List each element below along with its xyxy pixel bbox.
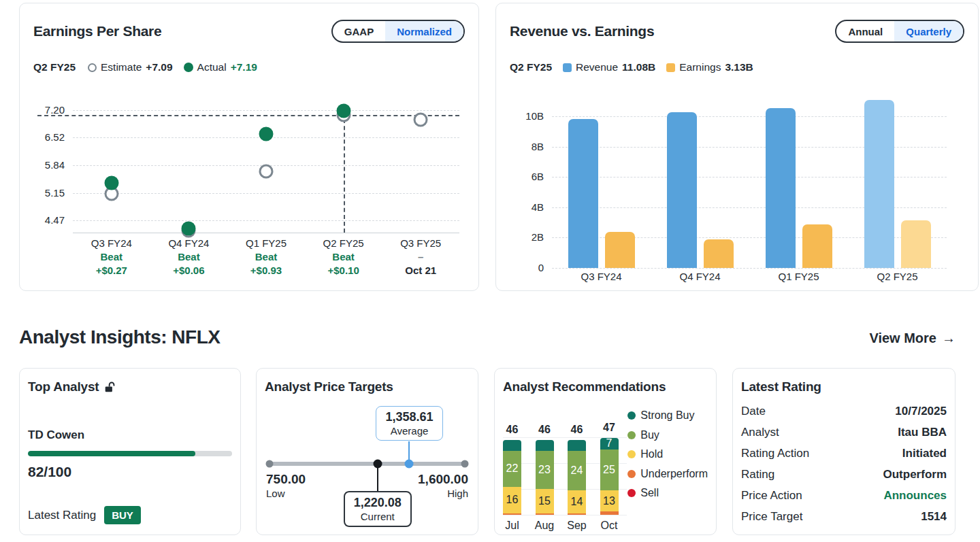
actual-point[interactable] bbox=[336, 103, 350, 118]
analyst-score-fill bbox=[28, 451, 195, 456]
latest-rating-card: Latest Rating Date10/7/2025AnalystItau B… bbox=[732, 368, 956, 535]
low-target: 750.00 Low bbox=[266, 471, 306, 499]
actual-point[interactable] bbox=[259, 126, 274, 141]
legend-label: Sell bbox=[640, 487, 659, 499]
underperform-segment[interactable] bbox=[600, 511, 619, 515]
view-more-link[interactable]: View More→ bbox=[869, 331, 956, 346]
x-axis-label: Q2 FY25Beat+$0.10 bbox=[303, 237, 385, 277]
buy-segment[interactable]: 22 bbox=[503, 451, 521, 487]
average-target-dot bbox=[405, 460, 414, 469]
rating-row-label: Price Action bbox=[741, 489, 802, 503]
rating-row-value: 1514 bbox=[921, 510, 947, 524]
toggle-option-quarterly[interactable]: Quarterly bbox=[894, 21, 963, 41]
buy-segment[interactable]: 25 bbox=[600, 450, 619, 490]
legend-label: Buy bbox=[640, 429, 659, 441]
revenue-bar[interactable] bbox=[766, 108, 796, 268]
toggle-option-gaap[interactable]: GAAP bbox=[333, 21, 385, 41]
view-more-label: View More bbox=[869, 331, 936, 345]
rating-row-label: Date bbox=[741, 405, 766, 418]
rating-row-value: 10/7/2025 bbox=[895, 405, 947, 418]
rating-row: Price ActionAnnounces bbox=[741, 485, 947, 506]
result-amount: +$0.10 bbox=[303, 264, 385, 277]
earnings-bar[interactable] bbox=[901, 220, 931, 268]
underperform-segment[interactable] bbox=[568, 513, 586, 515]
hold-segment[interactable]: 16 bbox=[503, 487, 521, 513]
eps-legend-period: Q2 FY25 bbox=[33, 61, 76, 73]
buy-segment[interactable]: 23 bbox=[536, 451, 554, 488]
revenue-bar[interactable] bbox=[667, 112, 697, 268]
result-amount: Oct 21 bbox=[380, 264, 461, 277]
annual-quarterly-toggle: Annual Quarterly bbox=[835, 20, 964, 43]
revenue-bar[interactable] bbox=[568, 119, 598, 268]
recommendations-title: Analyst Recommendations bbox=[503, 379, 666, 394]
current-price-label: Current bbox=[354, 510, 402, 523]
high-target: 1,600.00 High bbox=[418, 471, 468, 499]
rating-row: Date10/7/2025 bbox=[741, 401, 947, 422]
underperform-segment[interactable] bbox=[536, 513, 554, 515]
revenue-value: 11.08B bbox=[622, 61, 655, 73]
rev-card-title: Revenue vs. Earnings bbox=[510, 23, 654, 39]
earnings-legend-icon bbox=[666, 63, 675, 72]
rev-legend: Q2 FY25 Revenue 11.08B Earnings 3.13B bbox=[510, 61, 964, 74]
underperform-legend-dot bbox=[627, 470, 636, 478]
quarter-label: Q2 FY25 bbox=[303, 237, 385, 250]
latest-rating-title: Latest Rating bbox=[741, 379, 821, 394]
latest-rating-label: Latest Rating bbox=[28, 509, 96, 522]
strong_buy-segment[interactable] bbox=[503, 440, 521, 452]
eps-title-row: Earnings Per Share GAAP Normalized bbox=[33, 20, 465, 43]
result-amount: +$0.93 bbox=[225, 264, 307, 277]
recommendations-chart: 162246Jul152346Aug142446Sep1325747Oct bbox=[503, 400, 627, 533]
y-axis-tick-label: 10B bbox=[510, 110, 544, 122]
analyst-score-bar bbox=[28, 451, 232, 456]
x-axis-label: Q3 FY24Beat+$0.27 bbox=[71, 237, 152, 277]
earnings-label: Earnings bbox=[679, 61, 721, 73]
result-status: Beat bbox=[225, 250, 307, 264]
earnings-bar[interactable] bbox=[802, 224, 832, 268]
actual-point[interactable] bbox=[104, 175, 118, 190]
rating-row-label: Price Target bbox=[741, 510, 802, 524]
unlock-icon bbox=[104, 382, 116, 393]
revenue-vs-earnings-card: Revenue vs. Earnings Annual Quarterly Q2… bbox=[495, 3, 979, 291]
result-status: Beat bbox=[303, 250, 385, 264]
x-axis-label: Jul bbox=[497, 520, 527, 532]
legend-item: Underperform bbox=[627, 468, 708, 480]
analyst-name: TD Cowen bbox=[28, 428, 232, 442]
legend-item: Strong Buy bbox=[627, 409, 708, 422]
y-axis-tick-label: 2B bbox=[510, 231, 544, 243]
gridline bbox=[73, 110, 459, 111]
hold-segment[interactable]: 15 bbox=[536, 489, 554, 513]
estimate-point[interactable] bbox=[259, 165, 274, 179]
estimate-reference-line bbox=[37, 115, 459, 116]
latest-rating-row: Latest Rating BUY bbox=[28, 506, 232, 524]
revenue-legend-icon bbox=[563, 63, 572, 72]
earnings-bar[interactable] bbox=[605, 232, 635, 268]
rating-row-label: Analyst bbox=[741, 426, 779, 439]
sell-legend-dot bbox=[627, 489, 636, 497]
buy-segment[interactable]: 24 bbox=[568, 451, 586, 490]
rating-row: Rating ActionInitiated bbox=[741, 443, 947, 464]
actual-point[interactable] bbox=[182, 221, 196, 235]
strong_buy-segment[interactable] bbox=[536, 440, 554, 452]
underperform-segment[interactable] bbox=[503, 513, 521, 515]
result-amount: +$0.06 bbox=[148, 264, 229, 277]
strong_buy-segment[interactable]: 7 bbox=[600, 438, 619, 450]
gridline bbox=[73, 193, 459, 194]
average-target-callout: 1,358.61 Average bbox=[376, 406, 442, 441]
estimate-value: +7.09 bbox=[146, 61, 172, 73]
estimate-point[interactable] bbox=[414, 112, 428, 126]
recommendations-body: 162246Jul152346Aug142446Sep1325747Oct St… bbox=[503, 400, 708, 533]
y-axis-tick-label: 7.20 bbox=[33, 104, 65, 116]
y-axis-tick-label: 4.47 bbox=[33, 214, 65, 226]
strong_buy-segment[interactable] bbox=[568, 440, 586, 452]
average-target-label: Average bbox=[385, 424, 433, 437]
toggle-option-annual[interactable]: Annual bbox=[836, 21, 894, 41]
earnings-bar[interactable] bbox=[704, 239, 734, 268]
x-axis-label: Q2 FY25 bbox=[864, 271, 932, 282]
analyst-score: 82/100 bbox=[28, 464, 232, 480]
bar-total-label: 46 bbox=[530, 424, 559, 436]
high-target-dot bbox=[461, 460, 469, 468]
toggle-option-normalized[interactable]: Normalized bbox=[385, 21, 463, 41]
revenue-bar[interactable] bbox=[864, 100, 894, 268]
hold-segment[interactable]: 14 bbox=[568, 490, 586, 513]
hold-segment[interactable]: 13 bbox=[600, 490, 619, 511]
